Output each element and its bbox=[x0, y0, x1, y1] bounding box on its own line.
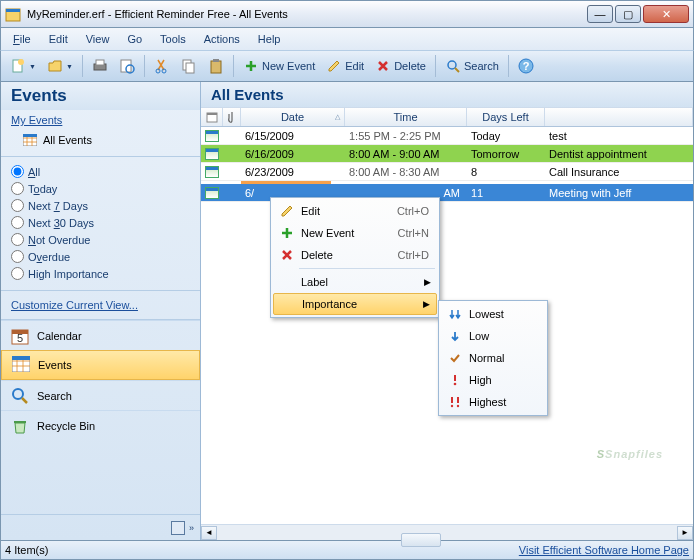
cell-date: 6/15/2009 bbox=[241, 127, 345, 144]
filter-high-importance[interactable]: High Importance bbox=[1, 265, 200, 282]
down-arrows-icon bbox=[445, 308, 465, 320]
home-page-link[interactable]: Visit Efficient Software Home Page bbox=[519, 544, 689, 556]
col-subject[interactable] bbox=[545, 108, 693, 126]
col-time[interactable]: Time bbox=[345, 108, 467, 126]
events-icon bbox=[12, 356, 30, 374]
open-button[interactable]: ▼ bbox=[42, 54, 78, 78]
filter-overdue[interactable]: Overdue bbox=[1, 248, 200, 265]
col-attach[interactable] bbox=[223, 108, 241, 126]
help-icon: ? bbox=[518, 58, 534, 74]
event-icon bbox=[205, 130, 219, 142]
svg-rect-5 bbox=[96, 60, 104, 65]
menu-file[interactable]: File bbox=[5, 31, 39, 47]
col-date[interactable]: Date△ bbox=[241, 108, 345, 126]
filter-not-overdue[interactable]: Not Overdue bbox=[1, 231, 200, 248]
my-events-link[interactable]: My Events bbox=[1, 110, 200, 130]
svg-rect-27 bbox=[207, 113, 217, 115]
cell-days: Today bbox=[467, 127, 545, 144]
nav-search[interactable]: Search bbox=[1, 380, 200, 410]
copy-button[interactable] bbox=[176, 54, 202, 78]
print-button[interactable] bbox=[87, 54, 113, 78]
exclaim-icon bbox=[445, 373, 465, 387]
scroll-right-button[interactable]: ► bbox=[677, 526, 693, 540]
importance-low[interactable]: Low bbox=[441, 325, 545, 347]
check-icon bbox=[445, 352, 465, 364]
main-heading: All Events bbox=[201, 82, 693, 107]
paste-button[interactable] bbox=[203, 54, 229, 78]
ctx-new-event[interactable]: New EventCtrl+N bbox=[273, 222, 437, 244]
calendar-grid-icon bbox=[23, 134, 37, 146]
svg-point-30 bbox=[457, 405, 459, 407]
ctx-label[interactable]: Label▶ bbox=[273, 271, 437, 293]
new-event-button[interactable]: New Event bbox=[238, 54, 320, 78]
tree-all-events[interactable]: All Events bbox=[1, 130, 200, 150]
customize-view-link[interactable]: Customize Current View... bbox=[1, 291, 200, 320]
table-row[interactable]: 6/23/2009 8:00 AM - 8:30 AM 8 Call Insur… bbox=[201, 163, 693, 181]
svg-rect-12 bbox=[211, 61, 221, 73]
cut-button[interactable] bbox=[149, 54, 175, 78]
tree-all-events-label: All Events bbox=[43, 134, 92, 146]
event-icon bbox=[205, 148, 219, 160]
filter-next30[interactable]: Next 30 Days bbox=[1, 214, 200, 231]
svg-point-14 bbox=[448, 61, 456, 69]
sort-asc-icon: △ bbox=[335, 113, 340, 121]
importance-lowest[interactable]: Lowest bbox=[441, 303, 545, 325]
nav-recycle[interactable]: Recycle Bin bbox=[1, 410, 200, 440]
context-menu: EditCtrl+O New EventCtrl+N DeleteCtrl+D … bbox=[270, 197, 440, 318]
search-nav-icon bbox=[11, 387, 29, 405]
menu-help[interactable]: Help bbox=[250, 31, 289, 47]
search-icon bbox=[445, 58, 461, 74]
scroll-left-button[interactable]: ◄ bbox=[201, 526, 217, 540]
filter-all[interactable]: All bbox=[1, 163, 200, 180]
svg-rect-18 bbox=[23, 134, 37, 137]
close-button[interactable]: ✕ bbox=[643, 5, 689, 23]
titlebar: MyReminder.erf - Efficient Reminder Free… bbox=[0, 0, 694, 28]
ctx-importance[interactable]: Importance▶ bbox=[273, 293, 437, 315]
menu-go[interactable]: Go bbox=[119, 31, 150, 47]
filter-next7[interactable]: Next 7 Days bbox=[1, 197, 200, 214]
ctx-edit[interactable]: EditCtrl+O bbox=[273, 200, 437, 222]
svg-point-3 bbox=[18, 59, 24, 65]
label-indicator bbox=[241, 181, 331, 184]
menubar: File Edit View Go Tools Actions Help bbox=[0, 28, 694, 50]
chevron-icon[interactable]: » bbox=[189, 523, 194, 533]
down-arrow-icon bbox=[445, 330, 465, 342]
nav-calendar[interactable]: 5Calendar bbox=[1, 320, 200, 350]
col-days-left[interactable]: Days Left bbox=[467, 108, 545, 126]
sidebar-toggle-1[interactable] bbox=[171, 521, 185, 535]
svg-point-28 bbox=[454, 383, 457, 386]
filter-today[interactable]: Today bbox=[1, 180, 200, 197]
menu-edit[interactable]: Edit bbox=[41, 31, 76, 47]
print-preview-button[interactable] bbox=[114, 54, 140, 78]
svg-text:?: ? bbox=[522, 60, 529, 72]
menu-actions[interactable]: Actions bbox=[196, 31, 248, 47]
new-file-button[interactable]: ▼ bbox=[5, 54, 41, 78]
importance-high[interactable]: High bbox=[441, 369, 545, 391]
cell-days: 8 bbox=[467, 163, 545, 180]
cell-date: 6/16/2009 bbox=[241, 145, 345, 162]
cell-time: 8:00 AM - 8:30 AM bbox=[345, 163, 467, 180]
app-icon bbox=[5, 6, 21, 22]
menu-view[interactable]: View bbox=[78, 31, 118, 47]
nav-events[interactable]: Events bbox=[1, 350, 200, 380]
sidebar: Events My Events All Events All Today Ne… bbox=[1, 82, 201, 540]
importance-normal[interactable]: Normal bbox=[441, 347, 545, 369]
ctx-delete[interactable]: DeleteCtrl+D bbox=[273, 244, 437, 266]
minimize-button[interactable]: — bbox=[587, 5, 613, 23]
search-button[interactable]: Search bbox=[440, 54, 504, 78]
table-header: Date△ Time Days Left bbox=[201, 107, 693, 127]
help-button[interactable]: ? bbox=[513, 54, 539, 78]
table-row[interactable]: 6/16/2009 8:00 AM - 9:00 AM Tomorrow Den… bbox=[201, 145, 693, 163]
edit-button[interactable]: Edit bbox=[321, 54, 369, 78]
scroll-thumb[interactable] bbox=[401, 533, 441, 547]
table-row[interactable]: 6/15/2009 1:55 PM - 2:25 PM Today test bbox=[201, 127, 693, 145]
h-scrollbar[interactable]: ◄ ► bbox=[201, 524, 693, 540]
x-icon bbox=[375, 58, 391, 74]
col-type[interactable] bbox=[201, 108, 223, 126]
importance-highest[interactable]: Highest bbox=[441, 391, 545, 413]
maximize-button[interactable]: ▢ bbox=[615, 5, 641, 23]
nav-events-label: Events bbox=[38, 359, 72, 371]
menu-tools[interactable]: Tools bbox=[152, 31, 194, 47]
delete-button[interactable]: Delete bbox=[370, 54, 431, 78]
chevron-right-icon: ▶ bbox=[424, 277, 433, 287]
